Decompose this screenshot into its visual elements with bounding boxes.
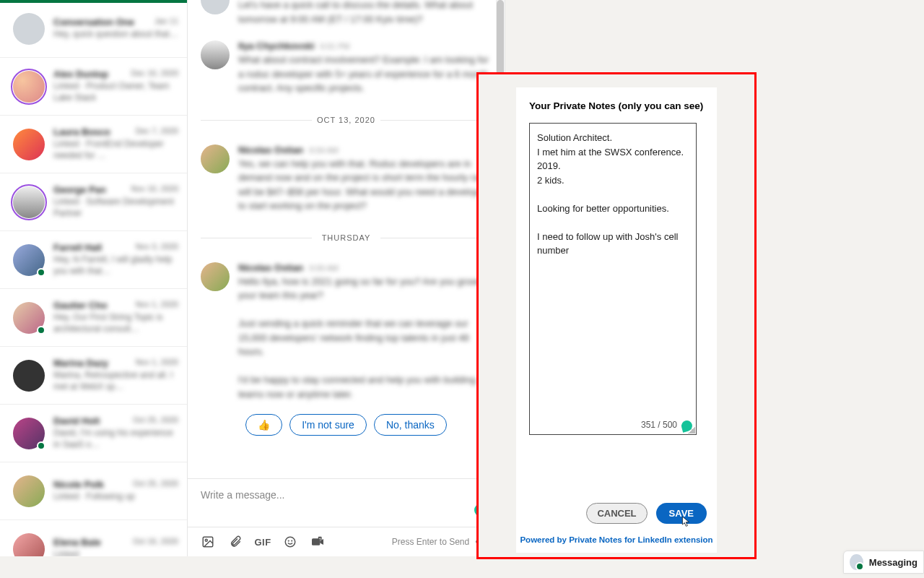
emoji-icon[interactable] bbox=[283, 535, 297, 549]
conversation-item[interactable]: Gautier ChoNov 1, 2020 Hey, Our First St… bbox=[0, 289, 187, 347]
conversation-name: Elena Bale bbox=[53, 537, 101, 548]
message-text: What about contract involvement? Example… bbox=[238, 53, 492, 95]
conversation-name: Conversation One bbox=[53, 17, 134, 27]
compose-area: Write a message... ︿ G GIF + Press Enter… bbox=[188, 478, 505, 556]
attachment-icon[interactable] bbox=[228, 535, 243, 549]
conversation-preview: Hey, hi Farrell, I will gladly help you … bbox=[53, 254, 178, 277]
avatar bbox=[13, 360, 45, 392]
gif-icon[interactable]: GIF bbox=[256, 535, 270, 549]
conversation-date: Oct 25, 2020 bbox=[133, 479, 178, 490]
conversation-item[interactable]: Elena BaleOct 16, 2020 Linked bbox=[0, 520, 187, 556]
private-notes-panel: Your Private Notes (only you can see) 35… bbox=[516, 87, 717, 553]
conversation-date: Nov 1, 2020 bbox=[136, 358, 178, 368]
avatar bbox=[13, 418, 45, 449]
video-icon[interactable]: + bbox=[310, 535, 325, 549]
message: Nicolas Ostian9:09 AM Hello Ilya, how is… bbox=[188, 255, 505, 409]
conversation-date: Oct 16, 2020 bbox=[133, 537, 178, 548]
avatar bbox=[13, 186, 45, 218]
conversation-preview: David, I'm using his experience in SaaS … bbox=[53, 428, 178, 450]
conversation-date: Nov 10, 2020 bbox=[131, 184, 178, 195]
avatar bbox=[13, 13, 45, 45]
avatar bbox=[13, 71, 45, 103]
avatar bbox=[13, 533, 45, 557]
conversation-preview: Linked · FrontEnd Developer needed for … bbox=[53, 139, 178, 161]
conversation-name: George Pan bbox=[53, 184, 106, 195]
avatar bbox=[201, 40, 230, 69]
private-notes-box: 351 / 500 bbox=[529, 123, 697, 435]
character-counter: 351 / 500 bbox=[641, 420, 677, 430]
powered-by-link[interactable]: Powered by Private Notes for LinkedIn ex… bbox=[516, 535, 717, 544]
conversation-item[interactable]: Conversation OneJan 11 Hey, quick questi… bbox=[0, 0, 187, 58]
avatar bbox=[201, 262, 230, 291]
conversation-name: Alex Dunlop bbox=[53, 69, 108, 79]
conversation-date: Dec 10, 2020 bbox=[131, 69, 178, 79]
conversation-preview: Marina, Retrospective and all. I met at … bbox=[53, 370, 178, 392]
svg-point-2 bbox=[285, 537, 295, 547]
send-hint: Press Enter to Send bbox=[392, 537, 469, 547]
avatar bbox=[201, 144, 230, 173]
svg-point-1 bbox=[205, 539, 207, 541]
avatar bbox=[850, 554, 863, 570]
conversation-name: Gautier Cho bbox=[53, 300, 107, 311]
quick-reply-not-sure[interactable]: I'm not sure bbox=[289, 414, 367, 436]
textarea-resize-handle[interactable] bbox=[688, 426, 695, 434]
conversation-preview: Linked · Software Development Partner bbox=[53, 197, 178, 219]
conversation-item[interactable]: Farrell HallNov 3, 2020 Hey, hi Farrell,… bbox=[0, 231, 187, 289]
message-time: 8:04 AM bbox=[309, 146, 338, 155]
conversation-name: Farrell Hall bbox=[53, 242, 102, 253]
conversation-main: Participant5:44 PM Let's have a quick ca… bbox=[188, 0, 505, 556]
annotation-highlight-border: Your Private Notes (only you can see) 35… bbox=[476, 72, 757, 559]
messaging-label: Messaging bbox=[869, 557, 918, 568]
avatar bbox=[13, 475, 45, 507]
conversation-item[interactable]: David HoltOct 25, 2020 David, I'm using … bbox=[0, 405, 187, 462]
active-conversation-indicator bbox=[0, 0, 188, 3]
message-input[interactable]: Write a message... ︿ G bbox=[188, 479, 505, 527]
conversation-preview: Hey, Our First String Topic is architect… bbox=[53, 312, 178, 335]
conversation-item[interactable]: Laura BoscoDec 7, 2020 Linked · FrontEnd… bbox=[0, 116, 187, 173]
conversation-name: David Holt bbox=[53, 415, 100, 426]
message-list: Participant5:44 PM Let's have a quick ca… bbox=[188, 0, 505, 478]
conversation-name: Marina Dazy bbox=[53, 358, 108, 368]
compose-toolbar: GIF + Press Enter to Send ••• bbox=[188, 527, 505, 556]
presence-indicator bbox=[37, 326, 45, 335]
conversation-date: Nov 3, 2020 bbox=[136, 242, 178, 253]
conversation-date: Jan 11 bbox=[154, 17, 178, 27]
conversation-item[interactable]: Nicole PolkOct 25, 2020 Linked · Followi… bbox=[0, 462, 187, 520]
message: Ilya Chychkovski6:01 PM What about contr… bbox=[188, 33, 505, 103]
conversation-date: Oct 25, 2020 bbox=[133, 415, 178, 426]
conversation-item[interactable]: Alex DunlopDec 10, 2020 Linked · Product… bbox=[0, 58, 187, 116]
conversation-item[interactable]: George PanNov 10, 2020 Linked · Software… bbox=[0, 173, 187, 231]
conversation-date: Nov 1, 2020 bbox=[136, 300, 178, 311]
private-notes-textarea[interactable] bbox=[537, 131, 689, 405]
conversation-preview: Hey, quick question about that… bbox=[53, 29, 178, 40]
message-text: Let's have a quick call to discuss the d… bbox=[238, 0, 492, 26]
conversation-item[interactable]: Marina DazyNov 1, 2020 Marina, Retrospec… bbox=[0, 347, 187, 405]
save-button-label: SAVE bbox=[669, 508, 694, 519]
avatar bbox=[201, 0, 230, 14]
quick-reply-thumbs-up[interactable]: 👍 bbox=[245, 414, 282, 436]
avatar bbox=[13, 129, 45, 160]
message-time: 9:09 AM bbox=[309, 264, 338, 272]
message: Nicolas Ostian8:04 AM Yes, we can help y… bbox=[188, 137, 505, 220]
message-sender: Nicolas Ostian bbox=[238, 262, 303, 273]
image-icon[interactable] bbox=[201, 535, 215, 549]
conversation-name: Nicole Polk bbox=[53, 479, 104, 490]
presence-indicator bbox=[37, 268, 45, 277]
message-placeholder: Write a message... bbox=[201, 489, 284, 501]
conversation-date: Dec 7, 2020 bbox=[136, 126, 178, 137]
conversation-preview: Linked · Following up bbox=[53, 491, 178, 503]
save-button[interactable]: SAVE bbox=[656, 503, 707, 524]
cancel-button[interactable]: CANCEL bbox=[586, 503, 647, 524]
message-text: Hello Ilya, how is 2021 going so far for… bbox=[238, 275, 492, 402]
svg-point-3 bbox=[288, 540, 289, 541]
message-sender: Nicolas Ostian bbox=[238, 144, 303, 155]
message-text: Yes, we can help you with that. Roduc de… bbox=[238, 157, 492, 213]
date-separator: THURSDAY bbox=[188, 233, 505, 242]
quick-reply-no-thanks[interactable]: No, thanks bbox=[374, 414, 447, 436]
message-sender: Ilya Chychkovski bbox=[238, 40, 315, 51]
conversation-sidebar: Conversation OneJan 11 Hey, quick questi… bbox=[0, 0, 188, 556]
date-separator: OCT 13, 2020 bbox=[188, 116, 505, 124]
svg-text:+: + bbox=[319, 537, 321, 540]
messaging-dock[interactable]: Messaging bbox=[843, 551, 924, 574]
private-notes-title: Your Private Notes (only you can see) bbox=[529, 100, 704, 111]
